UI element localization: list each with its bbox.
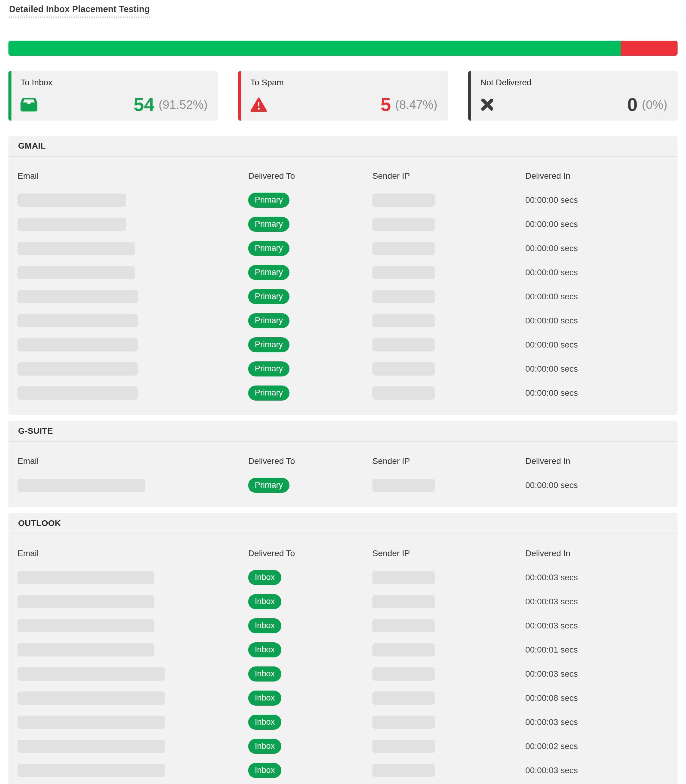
summary-card-to-inbox: To Inbox 54 (91.52%) [8, 71, 218, 121]
email-placeholder [18, 266, 135, 279]
delivered-in-time: 00:00:00 secs [525, 268, 578, 277]
card-label: To Inbox [21, 78, 207, 87]
column-header-delivered-to: Delivered To [248, 456, 372, 466]
email-placeholder [18, 362, 138, 376]
delivered-to-badge: Inbox [248, 570, 281, 585]
sender-ip-placeholder [372, 595, 435, 608]
delivered-to-badge: Inbox [248, 667, 281, 681]
table-rows: Primary 00:00:00 secs [18, 469, 668, 497]
delivered-in-time: 00:00:00 secs [525, 481, 578, 490]
sender-ip-placeholder [372, 764, 435, 777]
section-table: EmailDelivered ToSender IPDelivered In P… [8, 157, 678, 415]
email-placeholder [18, 242, 135, 255]
progress-segment-inbox [8, 41, 621, 56]
delivered-to-badge: Primary [248, 241, 289, 256]
delivered-in-time: 00:00:01 secs [525, 645, 578, 654]
delivered-in-time: 00:00:03 secs [525, 621, 578, 630]
table-row: Primary 00:00:00 secs [18, 261, 668, 285]
table-row: Primary 00:00:00 secs [18, 357, 668, 381]
delivery-progress-bar [8, 41, 678, 56]
table-row: Primary 00:00:00 secs [18, 333, 668, 357]
delivered-in-time: 00:00:03 secs [525, 669, 578, 678]
table-row: Inbox 00:00:03 secs [18, 614, 668, 638]
delivered-to-badge: Primary [248, 362, 289, 377]
card-count: 5 [381, 95, 391, 114]
table-header-row: EmailDelivered ToSender IPDelivered In [18, 538, 668, 561]
section-table: EmailDelivered ToSender IPDelivered In I… [8, 534, 678, 784]
warning-triangle-icon [250, 96, 268, 113]
column-header-email: Email [18, 456, 248, 466]
sender-ip-placeholder [372, 691, 435, 705]
table-row: Inbox 00:00:03 secs [18, 710, 668, 734]
sender-ip-placeholder [372, 242, 435, 255]
delivered-in-time: 00:00:03 secs [525, 597, 578, 606]
sender-ip-placeholder [372, 266, 435, 279]
section-g-suite: G-SUITE EmailDelivered ToSender IPDelive… [8, 421, 678, 507]
sender-ip-placeholder [372, 479, 435, 492]
email-placeholder [18, 667, 165, 681]
delivered-in-time: 00:00:08 secs [525, 693, 578, 703]
delivered-in-time: 00:00:00 secs [525, 316, 578, 325]
x-mark-icon [480, 96, 498, 113]
delivered-to-badge: Inbox [248, 715, 281, 730]
delivered-in-time: 00:00:00 secs [525, 292, 578, 301]
section-title: GMAIL [8, 135, 678, 157]
delivered-to-badge: Primary [248, 192, 289, 208]
delivered-to-badge: Inbox [248, 642, 281, 657]
table-row: Inbox 00:00:01 secs [18, 638, 668, 662]
sender-ip-placeholder [372, 362, 435, 376]
report-content: To Inbox 54 (91.52%) To Spam [0, 41, 686, 784]
email-placeholder [18, 314, 138, 328]
sender-ip-placeholder [372, 290, 435, 303]
delivered-to-badge: Primary [248, 337, 289, 352]
card-percent: (91.52%) [158, 99, 207, 111]
column-header-delivered-in: Delivered In [525, 456, 668, 466]
sender-ip-placeholder [372, 716, 435, 729]
delivered-in-time: 00:00:03 secs [525, 573, 578, 582]
summary-cards: To Inbox 54 (91.52%) To Spam [8, 71, 678, 121]
delivered-in-time: 00:00:00 secs [525, 364, 578, 373]
summary-card-not-delivered: Not Delivered 0 (0%) [468, 71, 678, 121]
email-placeholder [18, 716, 165, 729]
column-header-sender-ip: Sender IP [372, 171, 525, 181]
email-placeholder [18, 290, 138, 303]
table-row: Inbox 00:00:03 secs [18, 758, 668, 782]
sender-ip-placeholder [372, 218, 435, 231]
delivered-to-badge: Primary [248, 386, 289, 401]
table-row: Primary 00:00:00 secs [18, 309, 668, 333]
card-count: 0 [627, 95, 637, 114]
table-row: Inbox 00:00:03 secs [18, 590, 668, 614]
email-placeholder [18, 218, 126, 231]
column-header-email: Email [18, 171, 248, 181]
email-placeholder [18, 740, 165, 753]
column-header-sender-ip: Sender IP [372, 549, 525, 558]
sender-ip-placeholder [372, 194, 435, 207]
table-row: Primary 00:00:00 secs [18, 473, 668, 497]
table-row: Primary 00:00:00 secs [18, 236, 668, 261]
email-placeholder [18, 571, 154, 584]
table-row: Inbox 00:00:03 secs [18, 662, 668, 686]
delivered-to-badge: Primary [248, 217, 289, 232]
email-placeholder [18, 338, 138, 352]
table-row: Primary 00:00:00 secs [18, 381, 668, 405]
email-placeholder [18, 691, 165, 705]
delivered-in-time: 00:00:00 secs [525, 219, 578, 229]
table-header-row: EmailDelivered ToSender IPDelivered In [18, 445, 668, 469]
delivered-to-badge: Inbox [248, 763, 281, 778]
delivered-in-time: 00:00:03 secs [525, 717, 578, 727]
column-header-delivered-in: Delivered In [525, 549, 668, 558]
sender-ip-placeholder [372, 619, 435, 632]
table-row: Primary 00:00:00 secs [18, 188, 668, 212]
delivered-in-time: 00:00:00 secs [525, 195, 578, 205]
card-label: Not Delivered [480, 78, 667, 87]
card-percent: (8.47%) [395, 99, 438, 111]
summary-card-to-spam: To Spam 5 (8.47%) [238, 71, 448, 121]
table-row: Primary 00:00:00 secs [18, 285, 668, 309]
delivered-in-time: 00:00:00 secs [525, 244, 578, 253]
delivered-in-time: 00:00:02 secs [525, 742, 578, 751]
sender-ip-placeholder [372, 740, 435, 753]
email-placeholder [18, 386, 138, 400]
column-header-email: Email [18, 549, 248, 558]
delivered-to-badge: Inbox [248, 594, 281, 609]
section-gmail: GMAIL EmailDelivered ToSender IPDelivere… [8, 135, 678, 415]
